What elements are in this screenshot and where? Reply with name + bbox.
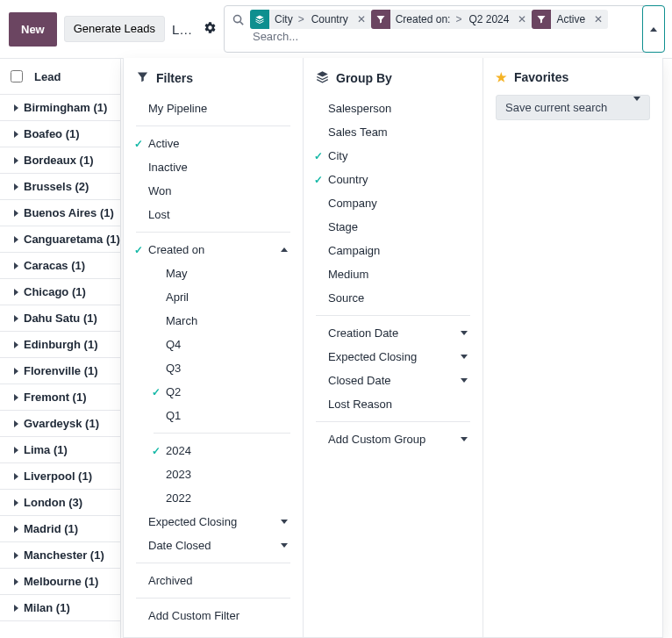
save-current-search-button[interactable]: Save current search <box>496 95 650 120</box>
groupby-option[interactable]: Expected Closing <box>304 345 483 369</box>
filters-title: Filters <box>156 71 193 85</box>
add-custom-group[interactable]: Add Custom Group <box>304 427 483 451</box>
groupby-option[interactable]: Sales Team <box>304 120 483 144</box>
list-panel: Lead Birmingham (1)Boafeo (1)Bordeaux (1… <box>0 59 121 638</box>
list-group-row[interactable]: Birmingham (1) <box>0 95 120 121</box>
svg-point-0 <box>233 16 240 23</box>
list-group-row[interactable]: London (3) <box>0 490 120 516</box>
filter-option[interactable]: ✓Active <box>124 132 303 155</box>
list-group-row[interactable]: Chicago (1) <box>0 279 120 305</box>
group-label: Chicago (1) <box>24 285 86 298</box>
list-group-row[interactable]: Manchester (1) <box>0 542 120 569</box>
new-button[interactable]: New <box>9 12 57 47</box>
filter-sub-option[interactable]: 2023 <box>124 462 303 486</box>
list-header: Lead <box>0 59 120 95</box>
caret-right-icon <box>14 104 18 111</box>
caret-right-icon <box>14 341 18 348</box>
list-group-row[interactable]: Melbourne (1) <box>0 569 120 595</box>
groupby-column: Group By SalespersonSales Team✓City✓Coun… <box>304 58 483 637</box>
chevron-up-icon <box>281 247 288 252</box>
group-label: Manchester (1) <box>24 548 104 562</box>
group-label: Brussels (2) <box>24 180 89 193</box>
caret-right-icon <box>14 420 18 427</box>
search-options-panel: Filters My Pipeline ✓ActiveInactiveWonLo… <box>123 58 663 638</box>
groupby-option[interactable]: Medium <box>304 262 483 286</box>
filter-sub-option[interactable]: March <box>124 309 303 333</box>
chevron-down-icon <box>281 520 288 524</box>
list-group-row[interactable]: Milan (1) <box>0 595 120 621</box>
filter-date-closed[interactable]: Date Closed <box>124 534 303 557</box>
list-group-row[interactable]: Brussels (2) <box>0 174 120 200</box>
chip-remove-icon[interactable]: ✕ <box>589 13 608 25</box>
group-label: Canguaretama (1) <box>24 233 120 246</box>
caret-right-icon <box>14 210 18 217</box>
filter-sub-option[interactable]: ✓Q2 <box>124 380 303 404</box>
filter-sub-option[interactable]: 2022 <box>124 486 303 510</box>
group-label: Caracas (1) <box>24 259 85 272</box>
chip-label: Country <box>306 11 352 28</box>
groupby-option[interactable]: ✓Country <box>304 168 483 191</box>
list-group-row[interactable]: Florenville (1) <box>0 358 120 384</box>
list-group-row[interactable]: Dahu Satu (1) <box>0 305 120 332</box>
chevron-down-icon <box>461 355 468 359</box>
search-icon <box>232 10 245 29</box>
group-label: Dahu Satu (1) <box>24 312 97 325</box>
list-group-row[interactable]: Edinburgh (1) <box>0 332 120 358</box>
groupby-option[interactable]: Salesperson <box>304 97 483 120</box>
search-input[interactable] <box>251 29 659 44</box>
groupby-option[interactable]: Source <box>304 286 483 310</box>
groupby-option[interactable]: ✓City <box>304 144 483 168</box>
search-chip: City>Country✕ <box>250 10 371 29</box>
list-group-row[interactable]: Madrid (1) <box>0 516 120 542</box>
groupby-option[interactable]: Lost Reason <box>304 392 483 416</box>
caret-right-icon <box>14 183 18 190</box>
list-group-row[interactable]: Bordeaux (1) <box>0 147 120 174</box>
filter-my-pipeline[interactable]: My Pipeline <box>124 97 303 120</box>
gear-icon[interactable] <box>204 21 217 37</box>
filter-sub-option[interactable]: ✓2024 <box>124 439 303 462</box>
chip-remove-icon[interactable]: ✕ <box>352 13 371 25</box>
chevron-down-icon <box>633 97 640 114</box>
filter-option[interactable]: Inactive <box>124 155 303 179</box>
list-group-row[interactable]: Buenos Aires (1) <box>0 200 120 226</box>
filter-sub-option[interactable]: Q1 <box>124 404 303 427</box>
group-label: Gvardeysk (1) <box>24 417 99 430</box>
groupby-option[interactable]: Creation Date <box>304 321 483 345</box>
list-group-row[interactable]: Boafeo (1) <box>0 121 120 147</box>
search-chips: City>Country✕Created on:>Q2 2024✕Active✕ <box>250 10 608 29</box>
filter-sub-option[interactable]: Q3 <box>124 356 303 380</box>
list-group-row[interactable]: Gvardeysk (1) <box>0 411 120 437</box>
caret-right-icon <box>14 578 18 585</box>
groupby-option[interactable]: Closed Date <box>304 369 483 392</box>
list-group-row[interactable]: Liverpool (1) <box>0 463 120 490</box>
group-label: Madrid (1) <box>24 522 78 535</box>
group-label: Florenville (1) <box>24 364 98 377</box>
filter-sub-option[interactable]: Q4 <box>124 333 303 356</box>
groupby-option[interactable]: Stage <box>304 215 483 239</box>
filter-option[interactable]: Won <box>124 179 303 203</box>
list-group-row[interactable]: Fremont (1) <box>0 384 120 411</box>
search-options-toggle[interactable] <box>642 5 665 53</box>
caret-right-icon <box>14 394 18 401</box>
add-custom-filter[interactable]: Add Custom Filter <box>124 604 303 627</box>
filter-option[interactable]: Lost <box>124 203 303 226</box>
chip-remove-icon[interactable]: ✕ <box>512 13 532 25</box>
list-group-row[interactable]: Caracas (1) <box>0 253 120 279</box>
list-group-row[interactable]: Canguaretama (1) <box>0 226 120 253</box>
funnel-icon <box>136 70 149 86</box>
group-label: Edinburgh (1) <box>24 338 98 351</box>
filter-sub-option[interactable]: May <box>124 262 303 285</box>
filters-column: Filters My Pipeline ✓ActiveInactiveWonLo… <box>124 58 304 637</box>
groupby-option[interactable]: Campaign <box>304 239 483 262</box>
group-label: Fremont (1) <box>24 391 87 404</box>
filter-created-on[interactable]: ✓ Created on <box>124 238 303 262</box>
list-group-row[interactable]: Lima (1) <box>0 437 120 463</box>
filter-expected-closing[interactable]: Expected Closing <box>124 510 303 534</box>
chip-label: Active <box>551 11 589 28</box>
select-all-checkbox[interactable] <box>11 70 23 82</box>
filter-archived[interactable]: Archived <box>124 569 303 592</box>
svg-line-1 <box>240 22 243 25</box>
generate-leads-button[interactable]: Generate Leads <box>64 16 165 43</box>
groupby-option[interactable]: Company <box>304 191 483 215</box>
filter-sub-option[interactable]: April <box>124 285 303 309</box>
